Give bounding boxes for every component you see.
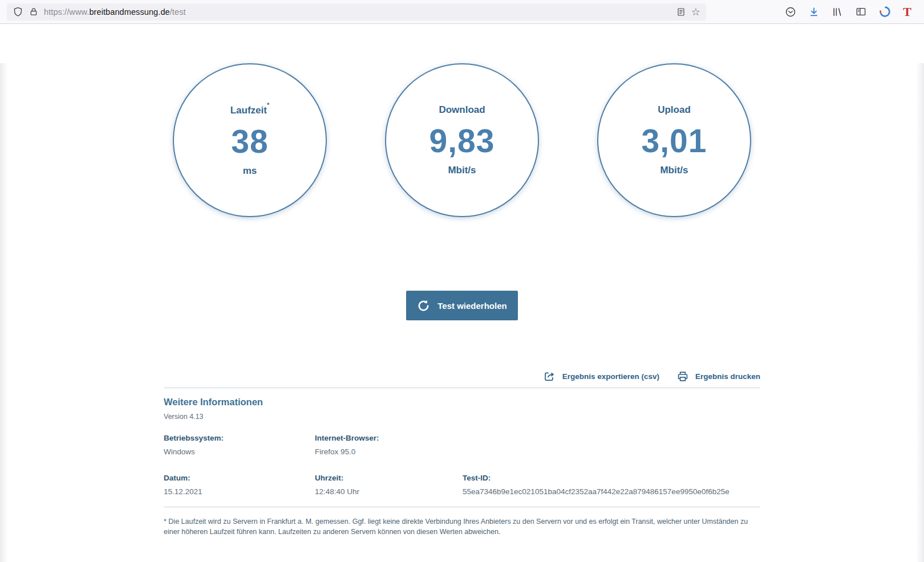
betriebssystem-value: Windows	[164, 447, 315, 456]
result-circle-upload: Upload 3,01 Mbit/s	[597, 63, 751, 217]
datum-label: Datum:	[164, 474, 315, 482]
datum-value: 15.12.2021	[164, 487, 315, 496]
test-id-label: Test-ID:	[463, 474, 760, 482]
info-row-2: Datum: 15.12.2021 Uhrzeit: 12:48:40 Uhr …	[164, 474, 760, 496]
laufzeit-label-text: Laufzeit	[230, 105, 267, 116]
page-right-edge-shadow	[916, 63, 924, 562]
laufzeit-footnote: * Die Laufzeit wird zu Servern in Frankf…	[164, 516, 757, 537]
test-id-value: 55ea7346b9e1ec021051ba04cf2352aa7f442e22…	[463, 487, 760, 496]
download-label: Download	[439, 104, 485, 116]
result-circle-download: Download 9,83 Mbit/s	[385, 63, 539, 217]
export-icon	[543, 370, 556, 382]
upload-label: Upload	[658, 104, 691, 116]
field-betriebssystem: Betriebssystem: Windows	[164, 434, 315, 456]
info-row-1: Betriebssystem: Windows Internet-Browser…	[164, 434, 760, 456]
url-prefix: https://www.	[44, 7, 89, 17]
divider-top	[164, 388, 760, 388]
extension-donut-icon[interactable]	[879, 6, 891, 18]
divider-bottom	[164, 507, 760, 507]
print-result-link-label: Ergebnis drucken	[695, 372, 760, 381]
internet-browser-value: Firefox 95.0	[315, 447, 463, 456]
bookmark-star-icon[interactable]: ☆	[691, 7, 700, 17]
laufzeit-asterisk: *	[267, 101, 269, 108]
version-text: Version 4.13	[164, 413, 760, 421]
library-icon[interactable]	[832, 6, 843, 18]
betriebssystem-label: Betriebssystem:	[164, 434, 315, 442]
refresh-icon	[417, 299, 430, 312]
url-path: /test	[170, 7, 186, 17]
field-test-id: Test-ID: 55ea7346b9e1ec021051ba04cf2352a…	[463, 474, 760, 496]
uhrzeit-value: 12:48:40 Uhr	[315, 487, 463, 496]
result-circle-laufzeit: Laufzeit* 38 ms	[173, 63, 327, 217]
internet-browser-label: Internet-Browser:	[315, 434, 463, 442]
repeat-test-button-label: Test wiederholen	[437, 301, 506, 311]
upload-value: 3,01	[642, 122, 707, 160]
repeat-test-button[interactable]: Test wiederholen	[406, 291, 518, 320]
download-value: 9,83	[429, 122, 495, 160]
field-internet-browser: Internet-Browser: Firefox 95.0	[315, 434, 463, 456]
printer-icon	[676, 370, 689, 382]
speedtest-results-page: Laufzeit* 38 ms Download 9,83 Mbit/s Upl…	[0, 63, 924, 562]
browser-toolbar: https://www.breitbandmessung.de/test ☆	[0, 0, 924, 24]
sidebar-icon[interactable]	[855, 6, 867, 17]
pocket-icon[interactable]	[785, 6, 796, 18]
laufzeit-value: 38	[231, 123, 268, 160]
uhrzeit-label: Uhrzeit:	[315, 474, 463, 482]
print-result-link[interactable]: Ergebnis drucken	[676, 370, 760, 382]
shield-icon[interactable]	[13, 6, 23, 17]
lock-icon[interactable]	[29, 7, 38, 17]
reader-mode-icon[interactable]	[676, 7, 686, 17]
laufzeit-unit: ms	[243, 165, 257, 177]
url-bar[interactable]: https://www.breitbandmessung.de/test ☆	[7, 3, 706, 21]
field-uhrzeit: Uhrzeit: 12:48:40 Uhr	[315, 474, 463, 496]
toolbar-icon-group: T	[785, 6, 911, 18]
field-empty	[463, 434, 760, 456]
upload-unit: Mbit/s	[660, 165, 688, 176]
field-datum: Datum: 15.12.2021	[164, 474, 315, 496]
export-csv-link-label: Ergebnis exportieren (csv)	[562, 372, 659, 381]
page-left-edge-shadow	[0, 63, 8, 562]
download-unit: Mbit/s	[448, 165, 476, 176]
result-circles: Laufzeit* 38 ms Download 9,83 Mbit/s Upl…	[164, 63, 760, 217]
more-info-heading: Weitere Informationen	[164, 397, 760, 408]
url-text[interactable]: https://www.breitbandmessung.de/test	[44, 7, 186, 17]
laufzeit-label: Laufzeit*	[230, 104, 270, 116]
export-csv-link[interactable]: Ergebnis exportieren (csv)	[543, 370, 659, 382]
url-domain: breitbandmessung.de	[89, 7, 169, 17]
result-actions: Ergebnis exportieren (csv) Ergebnis druc…	[164, 370, 760, 382]
downloads-icon[interactable]	[808, 6, 820, 18]
extension-t-icon[interactable]: T	[903, 6, 911, 18]
